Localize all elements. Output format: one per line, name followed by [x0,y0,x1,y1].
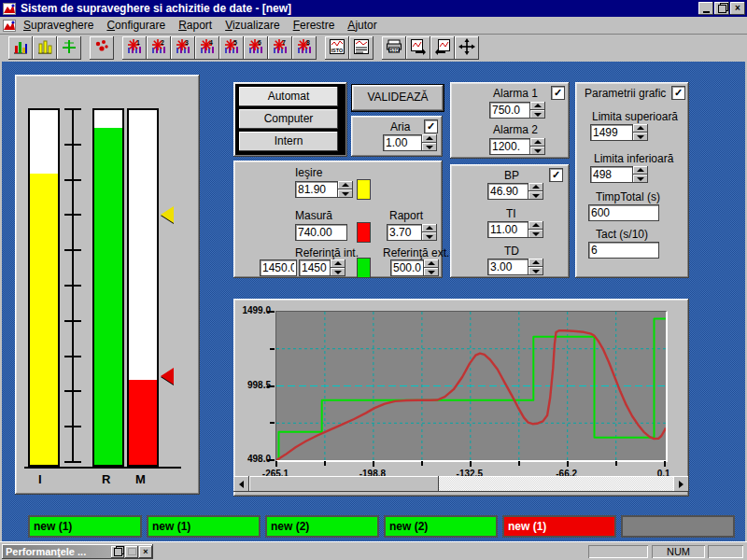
loop-8-button[interactable]: 8 [292,36,317,60]
spin-up-icon[interactable] [633,124,648,133]
spin-up-icon[interactable] [529,259,543,267]
spin-down-icon[interactable] [422,232,437,241]
spin-down-icon[interactable] [529,267,543,275]
spin-down-icon[interactable] [529,230,543,238]
masura-input[interactable] [295,224,347,241]
minwin-restore-button[interactable] [111,546,124,558]
ref-int-input[interactable] [299,259,331,276]
pid-checkbox[interactable]: ✓ [549,168,563,182]
limita-inf-spinner[interactable] [633,166,648,183]
menu-item-supraveghere[interactable]: Supraveghere [17,18,100,33]
alarma2-spinner[interactable] [530,138,545,155]
raport-input[interactable] [387,224,422,241]
scatter-red-button[interactable] [90,36,114,60]
valideaza-button[interactable]: VALIDEAZĂ [351,84,444,112]
graph-params-checkbox[interactable]: ✓ [671,86,685,100]
spin-up-icon[interactable] [529,183,543,191]
scroll-right-button[interactable] [673,476,689,492]
alarma1-input[interactable] [489,102,530,119]
spin-down-icon[interactable] [422,143,437,151]
loop-4-button[interactable]: 4 [195,36,219,60]
spin-up-icon[interactable] [424,259,439,268]
loop-3-button[interactable]: 3 [171,36,195,60]
scroll-thumb[interactable] [249,476,439,492]
spin-down-icon[interactable] [530,147,545,155]
spin-down-icon[interactable] [424,268,439,276]
td-input[interactable] [487,259,529,275]
spin-up-icon[interactable] [338,181,353,189]
spin-up-icon[interactable] [422,134,437,143]
bp-spinner[interactable] [529,183,543,200]
spin-down-icon[interactable] [529,191,543,200]
iesire-input[interactable] [295,181,338,198]
app-icon[interactable] [2,2,17,15]
channel-tab-4[interactable]: new (2) [384,515,498,538]
bar-graph-color-button[interactable] [8,36,33,60]
report-lines-button[interactable] [349,36,374,60]
chart-export-button[interactable] [406,36,430,60]
channel-tab-2[interactable]: new (1) [147,515,261,538]
menu-item-vizualizare[interactable]: Vizualizare [218,18,287,33]
ref-ext-spinner[interactable] [424,259,439,276]
channel-tab-empty[interactable] [621,515,735,538]
chart-scrollbar[interactable] [233,476,689,492]
ref-int-display[interactable] [260,259,297,276]
minwin-close-button[interactable]: × [139,546,152,558]
tact-input[interactable] [588,242,659,259]
ti-spinner[interactable] [529,221,543,238]
setpoint-marker-icon[interactable] [161,206,174,223]
menu-item-raport[interactable]: Raport [172,18,218,33]
spin-up-icon[interactable] [422,224,437,232]
menu-item-configurare[interactable]: Configurare [100,18,172,33]
restore-button[interactable] [714,2,729,15]
loop-5-button[interactable]: 5 [219,36,244,60]
iesire-spinner[interactable] [338,181,353,198]
loop-1-button[interactable]: 1 [122,36,147,60]
limita-sup-input[interactable] [590,124,633,141]
raport-spinner[interactable] [422,224,437,241]
menu-item-ferestre[interactable]: Ferestre [287,18,342,33]
measure-marker-icon[interactable] [161,368,174,385]
aria-checkbox[interactable]: ✓ [424,119,438,133]
menu-item-ajutor[interactable]: Ajutor [341,18,383,33]
minimized-window[interactable]: Performanţele ... × [2,544,153,559]
ti-input[interactable] [487,221,529,238]
spin-down-icon[interactable] [338,189,353,198]
histogram-isto-button[interactable]: ISTO [325,36,349,60]
title-bar[interactable]: Sistem de supraveghere si achizitie de d… [0,0,747,17]
loop-7-button[interactable]: 7 [268,36,292,60]
chart-import-button[interactable] [430,36,455,60]
trend-cursor-button[interactable] [57,36,81,60]
timp-total-input[interactable] [588,204,659,221]
spin-down-icon[interactable] [633,133,648,141]
automat-button[interactable]: Automat [239,87,338,106]
minimize-button[interactable] [698,2,713,15]
alarma2-input[interactable] [489,138,530,155]
channel-tab-1[interactable]: new (1) [28,515,142,538]
spin-down-icon[interactable] [633,175,648,183]
bar-graph-yellow-button[interactable] [33,36,57,60]
spin-down-icon[interactable] [331,268,345,276]
spin-down-icon[interactable] [530,110,545,119]
spin-up-icon[interactable] [633,166,648,175]
ref-int-spinner[interactable] [331,259,345,276]
bp-input[interactable] [487,183,529,200]
spin-up-icon[interactable] [530,102,545,110]
loop-6-button[interactable]: 6 [244,36,268,60]
ref-ext-input[interactable] [390,259,424,276]
spin-up-icon[interactable] [331,259,345,268]
spin-up-icon[interactable] [529,221,543,230]
limita-sup-spinner[interactable] [633,124,648,141]
limita-inf-input[interactable] [590,166,633,183]
loop-2-button[interactable]: 2 [147,36,171,60]
print-isto-button[interactable]: ISTO [382,36,406,60]
minwin-maximize-button[interactable] [125,546,138,558]
td-spinner[interactable] [529,259,543,275]
computer-button[interactable]: Computer [239,109,338,129]
pan-move-button[interactable] [455,36,479,60]
close-button[interactable]: × [730,2,745,15]
intern-button[interactable]: Intern [239,132,338,151]
aria-input[interactable] [383,134,422,151]
scroll-left-button[interactable] [233,476,249,492]
channel-tab-5[interactable]: new (1) [502,515,616,538]
